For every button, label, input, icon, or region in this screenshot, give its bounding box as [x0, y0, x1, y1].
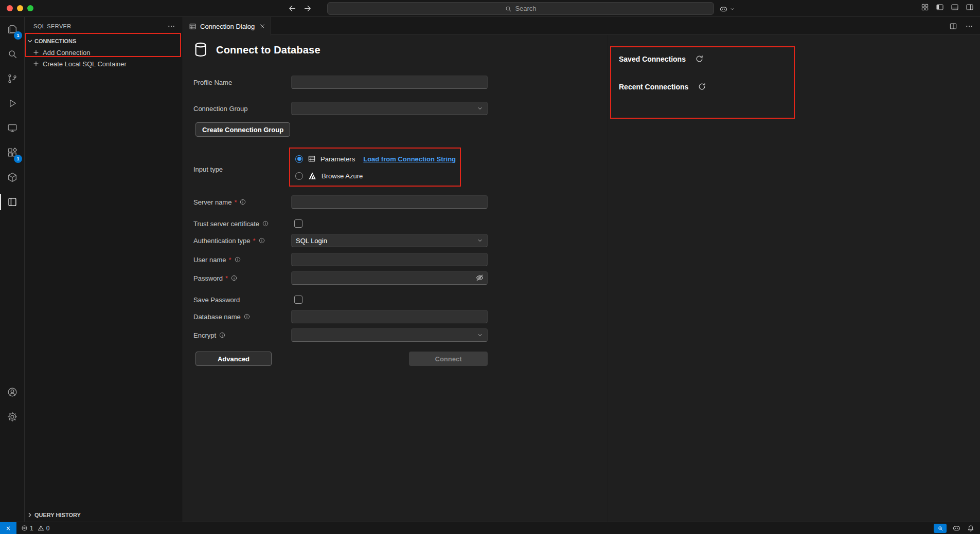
back-arrow-icon[interactable] — [288, 4, 297, 13]
copilot-menu[interactable] — [719, 3, 735, 15]
minimize-window-button[interactable] — [17, 5, 23, 11]
add-connection-item[interactable]: Add Connection — [25, 47, 183, 58]
server-name-input[interactable] — [291, 195, 488, 209]
browse-azure-radio[interactable] — [295, 172, 303, 180]
create-connection-group-row: Create Connection Group — [193, 122, 290, 137]
chevron-down-icon — [477, 332, 483, 338]
info-icon — [243, 313, 251, 320]
query-history-section-label: QUERY HISTORY — [34, 512, 81, 518]
activity-sql-server[interactable] — [0, 190, 24, 214]
more-actions-icon[interactable] — [965, 22, 973, 30]
zoom-status-item[interactable] — [934, 524, 947, 533]
connections-section-label: CONNECTIONS — [34, 38, 76, 44]
advanced-button[interactable]: Advanced — [195, 352, 272, 366]
info-icon — [219, 332, 226, 339]
query-history-section-header[interactable]: QUERY HISTORY — [25, 509, 183, 521]
encrypt-dropdown[interactable] — [291, 328, 488, 342]
plus-icon — [32, 60, 40, 67]
chevron-down-icon — [477, 105, 483, 112]
profile-name-input[interactable] — [291, 76, 488, 89]
required-marker: * — [229, 256, 231, 264]
activity-remote-explorer[interactable] — [0, 116, 24, 140]
info-icon — [230, 274, 238, 282]
authentication-type-dropdown[interactable]: SQL Login — [291, 234, 488, 247]
search-icon — [505, 5, 512, 12]
connection-group-row: Connection Group — [193, 102, 488, 115]
extensions-badge: 1 — [14, 155, 22, 163]
save-password-checkbox[interactable] — [294, 296, 302, 304]
warning-icon — [38, 525, 44, 531]
info-icon — [258, 237, 265, 244]
connections-section-header[interactable]: CONNECTIONS — [25, 35, 183, 47]
close-tab-icon[interactable] — [259, 23, 266, 30]
info-icon — [234, 256, 241, 263]
activity-explorer[interactable]: 1 — [0, 17, 24, 42]
command-center-search[interactable]: Search — [327, 2, 714, 15]
activity-run-debug[interactable] — [0, 91, 24, 116]
authentication-type-value: SQL Login — [296, 237, 327, 245]
copilot-icon — [719, 5, 728, 13]
sidebar-more-actions-icon[interactable] — [167, 22, 175, 30]
customize-layout-icon[interactable] — [921, 3, 929, 11]
copilot-status-icon[interactable] — [952, 524, 961, 532]
user-name-label: User name* — [193, 253, 291, 266]
notifications-bell-icon[interactable] — [967, 524, 975, 532]
load-from-connection-string-link[interactable]: Load from Connection String — [363, 155, 456, 163]
toggle-sidebar-icon[interactable] — [936, 3, 944, 11]
dialog-header: Connect to Database — [193, 41, 320, 59]
toggle-secondary-sidebar-icon[interactable] — [966, 3, 974, 11]
maximize-window-button[interactable] — [27, 5, 33, 11]
create-local-sql-container-item[interactable]: Create Local SQL Container — [25, 58, 183, 69]
layout-controls — [921, 3, 974, 11]
parameters-radio[interactable] — [295, 155, 303, 163]
warning-count: 0 — [46, 525, 50, 532]
save-password-row: Save Password — [193, 293, 488, 306]
user-name-row: User name* — [193, 253, 488, 266]
toggle-password-visibility-icon[interactable] — [475, 273, 484, 282]
create-connection-group-button[interactable]: Create Connection Group — [195, 122, 290, 137]
problems-status[interactable]: 1 0 — [21, 525, 51, 532]
parameters-label: Parameters — [320, 155, 355, 163]
toggle-panel-icon[interactable] — [951, 3, 959, 11]
activity-bar-bottom — [0, 380, 24, 429]
activity-search[interactable] — [0, 42, 24, 66]
status-bar-right — [934, 524, 975, 533]
activity-accounts[interactable] — [0, 380, 24, 404]
run-debug-icon — [7, 98, 18, 109]
history-navigation — [288, 2, 312, 15]
refresh-icon[interactable] — [698, 82, 706, 91]
browse-azure-option: Browse Azure — [291, 169, 488, 182]
tab-connection-dialog[interactable]: Connection Dialog — [183, 17, 271, 35]
activity-extensions[interactable]: 1 — [0, 140, 24, 165]
search-placeholder: Search — [515, 5, 536, 12]
password-input[interactable] — [291, 271, 488, 285]
close-window-button[interactable] — [7, 5, 13, 11]
activity-containers[interactable] — [0, 165, 24, 190]
connection-group-dropdown[interactable] — [291, 102, 488, 115]
user-name-input[interactable] — [291, 253, 488, 266]
dialog-footer-buttons: Advanced Connect — [193, 352, 488, 366]
database-icon — [193, 41, 208, 59]
required-marker: * — [253, 237, 256, 245]
activity-settings[interactable] — [0, 404, 24, 429]
create-local-sql-container-label: Create Local SQL Container — [43, 60, 127, 68]
trust-server-certificate-checkbox[interactable] — [294, 219, 302, 228]
database-name-row: Database name — [193, 310, 488, 323]
refresh-icon[interactable] — [695, 54, 704, 63]
forward-arrow-icon[interactable] — [303, 4, 312, 13]
recent-connections-header: Recent Connections — [619, 82, 706, 91]
window-controls — [7, 5, 33, 11]
panel-divider — [608, 35, 608, 522]
explorer-badge: 1 — [14, 31, 22, 40]
vscode-window: Search — [0, 0, 980, 534]
connect-button[interactable]: Connect — [409, 352, 488, 366]
sidebar-header: SQL SERVER — [25, 17, 183, 35]
trust-server-certificate-label: Trust server certificate — [193, 217, 291, 230]
activity-source-control[interactable] — [0, 66, 24, 91]
chevron-down-icon — [26, 38, 33, 45]
split-editor-icon[interactable] — [949, 22, 957, 30]
remote-indicator[interactable] — [0, 522, 16, 534]
password-label: Password* — [193, 271, 291, 285]
authentication-type-label: Authentication type* — [193, 234, 291, 247]
database-name-input[interactable] — [291, 310, 488, 323]
